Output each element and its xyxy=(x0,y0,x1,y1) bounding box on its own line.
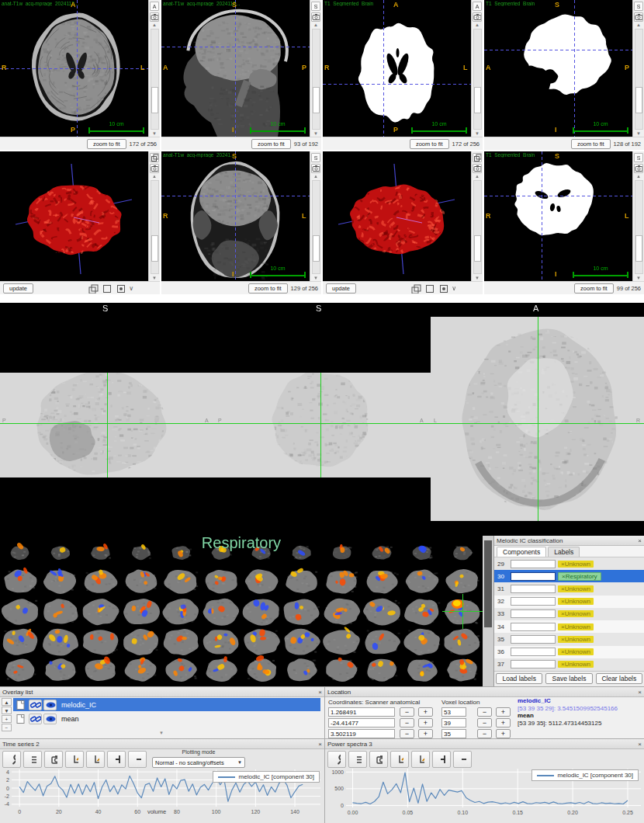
ic-label-input[interactable] xyxy=(511,572,556,581)
wrench-button[interactable] xyxy=(327,751,346,768)
voxel-y-field[interactable]: 39 xyxy=(441,718,466,728)
plotting-mode-dropdown[interactable]: ▼ Normal - no scaling/offsets xyxy=(152,757,245,768)
orientation-mode-button[interactable]: S xyxy=(634,2,643,11)
camera-icon[interactable] xyxy=(473,12,482,22)
ic-label-tag[interactable]: ×Unknown xyxy=(558,585,594,592)
update-button[interactable]: update xyxy=(326,283,356,293)
camera-icon[interactable] xyxy=(634,164,643,173)
ic-label-input[interactable] xyxy=(511,597,556,606)
scroll-down-icon[interactable]: ▼ xyxy=(152,130,157,137)
scroll-up-icon[interactable]: ▲ xyxy=(313,173,318,179)
voxel-x-field[interactable]: 53 xyxy=(441,707,466,717)
lightbox-scrollbar[interactable] xyxy=(483,536,493,686)
zoom-out-button[interactable] xyxy=(453,751,472,768)
ic-label-tag[interactable]: ×Unknown xyxy=(558,636,594,643)
slice-scrollbar[interactable] xyxy=(312,180,320,274)
render-canvas[interactable] xyxy=(0,151,148,281)
axis-scale-button[interactable] xyxy=(390,751,409,768)
coronal_seg-canvas[interactable] xyxy=(484,151,632,281)
camera-icon[interactable] xyxy=(634,12,643,22)
slice-scrollbar[interactable] xyxy=(312,29,320,130)
layers-icon[interactable] xyxy=(473,153,482,162)
render-option-icon[interactable] xyxy=(410,283,421,293)
voxel-x-increment[interactable]: + xyxy=(496,707,511,717)
axis-scale-xy-button[interactable] xyxy=(86,751,105,768)
camera-button[interactable] xyxy=(44,751,63,768)
slice-scrollbar[interactable] xyxy=(635,180,643,274)
world-y-increment[interactable]: + xyxy=(418,718,433,728)
scroll-up-icon[interactable]: ▲ xyxy=(152,22,157,28)
remove-overlay-button[interactable]: − xyxy=(2,724,12,731)
sagittal-canvas[interactable] xyxy=(161,0,310,137)
close-icon[interactable]: × xyxy=(638,536,642,546)
ic-label-input[interactable] xyxy=(511,623,556,631)
ic-row-33[interactable]: 33×Unknown xyxy=(494,608,644,620)
overlay-row-mean[interactable]: mean xyxy=(13,712,320,725)
scroll-down-icon[interactable]: ▼ xyxy=(313,130,318,137)
close-icon[interactable]: × xyxy=(318,687,322,697)
scroll-up-icon[interactable]: ▲ xyxy=(475,22,480,28)
scrollbar-thumb[interactable] xyxy=(635,235,642,262)
move-down-button[interactable]: ▼ xyxy=(2,707,12,714)
scroll-up-icon[interactable]: ▲ xyxy=(636,22,641,28)
axial_seg-canvas[interactable] xyxy=(323,0,471,137)
camera-icon[interactable] xyxy=(150,12,159,22)
save-overlay-icon[interactable] xyxy=(15,713,26,724)
ic-label-tag[interactable]: ×Unknown xyxy=(558,598,594,605)
ic-label-tag[interactable]: ×Unknown xyxy=(558,610,594,617)
scrollbar-thumb[interactable] xyxy=(474,235,481,262)
scrollbar-thumb[interactable] xyxy=(151,87,158,113)
chevron-down-icon[interactable]: ∨ xyxy=(452,285,456,292)
world-z-decrement[interactable]: − xyxy=(400,729,414,738)
eye-icon[interactable] xyxy=(43,714,57,724)
world-z-increment[interactable]: + xyxy=(418,729,433,738)
voxel-y-increment[interactable]: + xyxy=(496,718,511,728)
slice-scrollbar[interactable] xyxy=(635,29,643,130)
scrollbar-thumb[interactable] xyxy=(474,87,481,113)
ic-label-tag[interactable]: ×Respiratory xyxy=(558,572,601,581)
zoom-to-fit-button[interactable]: zoom to fit xyxy=(571,139,611,149)
orientation-mode-button[interactable]: A xyxy=(473,2,482,11)
scroll-down-icon[interactable]: ▼ xyxy=(152,275,157,281)
move-up-button[interactable]: ▲ xyxy=(2,698,12,706)
eye-icon[interactable] xyxy=(43,700,57,710)
scrollbar-thumb[interactable] xyxy=(313,87,320,113)
ic-label-input[interactable] xyxy=(511,660,556,668)
close-icon[interactable]: × xyxy=(638,687,642,697)
tab-labels[interactable]: Labels xyxy=(548,547,580,557)
ic-label-input[interactable] xyxy=(511,635,556,644)
scroll-up-icon[interactable]: ▲ xyxy=(636,173,641,179)
zoom-to-fit-button[interactable]: zoom to fit xyxy=(574,283,614,293)
scroll-down-icon[interactable]: ▼ xyxy=(475,275,480,281)
ic-label-input[interactable] xyxy=(511,648,556,656)
camera-icon[interactable] xyxy=(473,164,482,173)
world-z-field[interactable]: 3.502119 xyxy=(328,729,395,738)
render-option-icon[interactable] xyxy=(438,283,449,293)
ic-row-34[interactable]: 34×Unknown xyxy=(494,620,644,633)
overlay-row-melodic-ic[interactable]: melodic_IC xyxy=(13,698,320,711)
axis-scale-xy-button[interactable] xyxy=(411,751,430,768)
ic-label-tag[interactable]: ×Unknown xyxy=(558,623,594,630)
ic-row-30[interactable]: 30×Respiratory xyxy=(494,570,644,582)
orientation-mode-button[interactable]: S xyxy=(311,153,320,162)
clear-labels-button[interactable]: Clear labels xyxy=(596,673,642,684)
render-option-icon[interactable] xyxy=(87,283,99,293)
scroll-up-icon[interactable]: ▲ xyxy=(475,173,480,179)
slice-scrollbar[interactable] xyxy=(151,180,159,274)
zoom-to-fit-button[interactable]: zoom to fit xyxy=(251,139,291,149)
scrollbar-thumb[interactable] xyxy=(313,235,320,262)
ortho-canvas[interactable] xyxy=(0,303,644,536)
chevron-down-icon[interactable]: ∨ xyxy=(129,285,133,292)
zoom-in-button[interactable] xyxy=(432,751,451,768)
voxel-z-field[interactable]: 35 xyxy=(441,729,466,738)
list-button[interactable] xyxy=(23,751,42,768)
render-option-icon[interactable] xyxy=(115,283,126,293)
world-y-field[interactable]: -24.41477 xyxy=(328,718,395,728)
close-icon[interactable]: × xyxy=(638,739,642,749)
save-labels-button[interactable]: Save labels xyxy=(545,673,592,684)
zoom-to-fit-button[interactable]: zoom to fit xyxy=(248,283,288,293)
render-option-icon[interactable] xyxy=(101,283,113,293)
camera-icon[interactable] xyxy=(150,164,159,173)
ic-label-tag[interactable]: ×Unknown xyxy=(558,561,594,568)
ic-label-input[interactable] xyxy=(511,609,556,618)
